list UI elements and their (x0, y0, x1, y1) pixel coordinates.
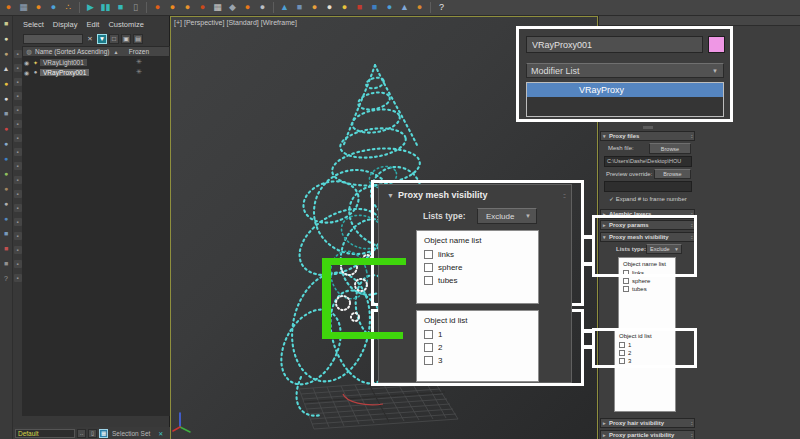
scene-object-row[interactable]: ◉ ● VRayProxy001 ✳ (22, 67, 170, 77)
rollout-column-grip[interactable] (643, 126, 653, 129)
geometry-filter-icon[interactable]: ■ (1, 19, 11, 29)
trash-icon[interactable]: ▯ (88, 429, 97, 438)
particles-icon[interactable]: ∴ (62, 1, 75, 14)
pick-container-icon[interactable]: ▣ (121, 34, 131, 44)
delete-icon[interactable]: ▯ (129, 1, 142, 14)
eye-icon[interactable]: ◉ (22, 59, 31, 66)
list-item-sphere[interactable]: sphere (619, 277, 675, 285)
explorer-tool-icon[interactable]: ▪ (14, 204, 22, 212)
expand-frame-checkbox[interactable]: ✓ Expand # to frame number (609, 195, 687, 202)
list-item-tubes[interactable]: tubes (619, 285, 675, 293)
basket-icon[interactable]: ● (413, 1, 426, 14)
spark-icon[interactable]: ● (241, 1, 254, 14)
object-name-list-box[interactable]: Object name list links sphere tubes (416, 230, 539, 304)
menu-display[interactable]: Display (53, 20, 78, 29)
schedule-icon[interactable]: ▦ (211, 1, 224, 14)
explorer-tool-icon[interactable]: ▪ (14, 78, 22, 86)
burn-hand-icon[interactable]: ● (196, 1, 209, 14)
explorer-tool-icon[interactable]: ▪ (14, 274, 22, 282)
ship-icon[interactable]: ▲ (398, 1, 411, 14)
explorer-tool-icon[interactable]: ▪ (14, 120, 22, 128)
close-icon[interactable]: ✕ (158, 430, 163, 437)
menu-edit[interactable]: Edit (86, 20, 99, 29)
pause-icon[interactable]: ▮▮ (99, 1, 112, 14)
frozen-column-header[interactable]: Frozen (129, 48, 149, 55)
explorer-tool-icon[interactable]: ▪ (14, 106, 22, 114)
splash-icon[interactable]: ▲ (278, 1, 291, 14)
explorer-tool-icon[interactable]: ▪ (14, 218, 22, 226)
chip-icon[interactable]: ■ (1, 244, 11, 254)
plant-icon[interactable]: ● (1, 169, 11, 179)
name-column-header[interactable]: Name (Sorted Ascending) (35, 48, 109, 55)
explorer-tool-icon[interactable]: ▪ (14, 134, 22, 142)
rollout-proxy-particle-visibility[interactable]: ▸ Proxy particle visibility :: (600, 430, 695, 439)
list-item-links[interactable]: links (417, 248, 538, 261)
explorer-column-headers[interactable]: ◍ Name (Sorted Ascending) ▲ Frozen (22, 46, 170, 57)
block-icon[interactable]: ■ (1, 259, 11, 269)
search-input[interactable] (23, 34, 83, 44)
explorer-tool-icon[interactable]: ▪ (14, 190, 22, 198)
viewport-pov-menu[interactable]: [Perspective] (184, 19, 224, 26)
rollout-proxy-hair-visibility[interactable]: ▸ Proxy hair visibility :: (600, 418, 695, 428)
box-icon[interactable]: ■ (368, 1, 381, 14)
modifier-list-dropdown[interactable]: Modifier List ▼ (526, 63, 724, 78)
viewport-plus-menu[interactable]: [+] (174, 19, 182, 26)
preview-override-field[interactable] (604, 181, 692, 192)
object-color-swatch[interactable] (708, 36, 725, 53)
checkbox[interactable] (623, 286, 629, 292)
explorer-tool-icon[interactable]: ▪ (14, 176, 22, 184)
scene-object-row[interactable]: ◉ ✦ VRayLight001 ✳ (22, 57, 170, 67)
query-icon[interactable]: ? (1, 274, 11, 284)
cone-icon[interactable]: ▲ (1, 64, 11, 74)
list-item-id2[interactable]: 2 (417, 341, 538, 354)
object-name[interactable]: VRayProxy001 (40, 69, 89, 76)
preview-browse-button[interactable]: Browse (654, 169, 691, 179)
more-button[interactable]: ‥ (77, 429, 86, 438)
stone-icon[interactable]: ● (1, 199, 11, 209)
lists-type-dropdown[interactable]: Exclude ▼ (477, 208, 537, 224)
fire-icon[interactable]: ● (32, 1, 45, 14)
explorer-tool-icon[interactable]: ▪ (14, 162, 22, 170)
filter-icon[interactable]: ▼ (97, 34, 107, 44)
frozen-snowflake-icon[interactable]: ✳ (136, 68, 142, 76)
explorer-tool-icon[interactable]: ▪ (14, 260, 22, 268)
grid-icon[interactable]: ▦ (17, 1, 30, 14)
globe-icon[interactable]: ● (383, 1, 396, 14)
disc-icon[interactable]: ◆ (226, 1, 239, 14)
checkbox[interactable] (424, 263, 433, 272)
checkbox[interactable] (424, 250, 433, 259)
viewport-standard-menu[interactable]: [Standard] (226, 19, 258, 26)
explorer-tool-icon[interactable]: ▪ (14, 92, 22, 100)
modifier-stack-list[interactable]: VRayProxy (526, 82, 724, 117)
helper-icon[interactable]: ● (1, 124, 11, 134)
clear-search-icon[interactable]: ✕ (85, 34, 95, 44)
explorer-tool-icon[interactable]: ▪ (14, 148, 22, 156)
animal-icon[interactable]: ● (1, 184, 11, 194)
water-icon[interactable]: ● (47, 1, 60, 14)
list-item-id3[interactable]: 3 (417, 354, 538, 367)
bucket-icon[interactable]: ● (308, 1, 321, 14)
explorer-tool-icon[interactable]: ▪ (14, 50, 22, 58)
list-item-sphere[interactable]: sphere (417, 261, 538, 274)
mesh-file-browse-button[interactable]: Browse (649, 143, 691, 154)
checkbox[interactable] (424, 276, 433, 285)
named-selection-field[interactable] (15, 429, 75, 438)
eye-icon[interactable]: ◉ (22, 69, 31, 76)
help-icon[interactable]: ? (435, 1, 448, 14)
figure-icon[interactable]: ● (2, 1, 15, 14)
lock-icon[interactable]: □ (109, 34, 119, 44)
checkbox[interactable] (424, 330, 433, 339)
stack-entry-vrayproxy[interactable]: VRayProxy (527, 83, 723, 97)
menu-customize[interactable]: Customize (108, 20, 143, 29)
cloth-icon[interactable]: ■ (353, 1, 366, 14)
selection-sets-icon[interactable]: ▦ (99, 429, 108, 438)
list-item-tubes[interactable]: tubes (417, 274, 538, 287)
sphere-icon[interactable]: ● (1, 94, 11, 104)
teapot-icon[interactable]: ● (1, 49, 11, 59)
atom-icon[interactable]: ● (1, 139, 11, 149)
earth-icon[interactable]: ● (1, 154, 11, 164)
viewport-shading-menu[interactable]: [Wireframe] (261, 19, 297, 26)
cloud-icon[interactable]: ● (256, 1, 269, 14)
stop-icon[interactable]: ■ (114, 1, 127, 14)
checkbox[interactable] (424, 356, 433, 365)
